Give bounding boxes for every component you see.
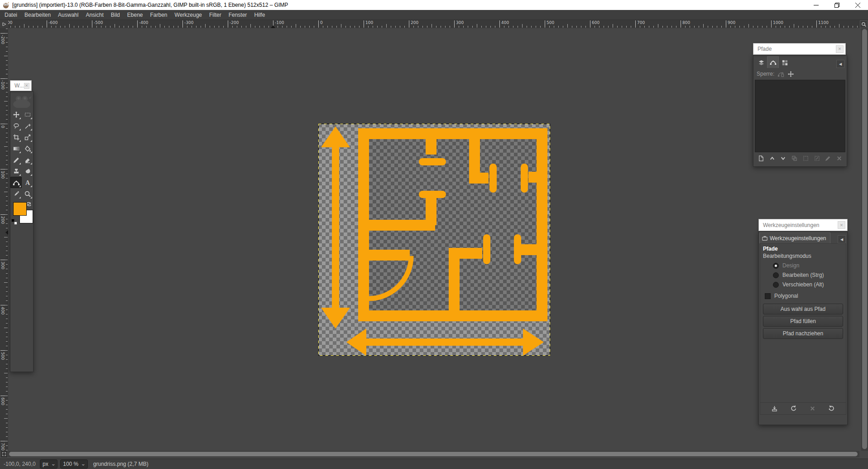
- tool-options-panel: Werkzeugeinstellungen ◀ Pfade Bearbeitun…: [758, 231, 848, 425]
- tool-eraser[interactable]: [22, 154, 33, 165]
- polygonal-checkbox[interactable]: [765, 293, 771, 299]
- hruler-label: 400: [499, 20, 509, 28]
- radio-row-0: Design: [773, 262, 843, 269]
- menu-auswahl[interactable]: Auswahl: [54, 10, 82, 20]
- tool-paths[interactable]: [10, 177, 22, 188]
- zoom-select[interactable]: 100 % ⌄: [60, 459, 88, 469]
- menu-bearbeiten[interactable]: Bearbeiten: [21, 10, 54, 20]
- chevron-down-icon: ⌄: [81, 462, 86, 466]
- hruler-label: -300: [182, 20, 193, 28]
- stroke-path-icon[interactable]: [825, 155, 831, 162]
- vertical-scrollbar[interactable]: [861, 28, 868, 451]
- title-bar: [grundriss] (importiert)-13.0 (RGB-Farbe…: [0, 0, 868, 10]
- color-swatch-area: [10, 201, 33, 225]
- radio-label: Design: [782, 262, 799, 269]
- menu-werkzeuge[interactable]: Werkzeuge: [171, 10, 206, 20]
- default-colors-icon[interactable]: [11, 219, 17, 225]
- tool-crop[interactable]: [10, 131, 22, 143]
- selection-from-path-button[interactable]: Aus wahl aus Pfad: [763, 304, 843, 314]
- fill-path-button[interactable]: Pfad füllen: [763, 316, 843, 327]
- duplicate-path-icon[interactable]: [791, 155, 798, 162]
- menu-hilfe[interactable]: Hilfe: [250, 10, 269, 20]
- tool-transform[interactable]: [22, 131, 33, 143]
- menu-farben[interactable]: Farben: [147, 10, 171, 20]
- edit-mode-label: Bearbeitungsmodus: [763, 253, 843, 259]
- hruler-label: 200: [409, 20, 418, 28]
- delete-path-icon[interactable]: [836, 155, 843, 162]
- delete-options-icon[interactable]: [809, 405, 816, 412]
- dialog-tab-paths[interactable]: [767, 56, 779, 68]
- swap-colors-icon[interactable]: [26, 201, 32, 209]
- tool-options-window-titlebar[interactable]: Werkzeugeinstellungen ✕: [758, 219, 848, 231]
- horizontal-scrollbar[interactable]: [8, 451, 859, 457]
- paths-lock-row: Sperre:: [755, 68, 845, 80]
- paths-window-titlebar[interactable]: Pfade ✕: [753, 43, 846, 55]
- path-action-buttons: Aus wahl aus PfadPfad füllenPfad nachzie…: [763, 304, 843, 339]
- path-to-selection-icon[interactable]: [802, 155, 809, 162]
- vruler-label: 200: [0, 214, 5, 224]
- restore-button[interactable]: [826, 0, 847, 10]
- tool-smudge[interactable]: [22, 165, 33, 177]
- quickmask-toggle[interactable]: [1, 451, 7, 457]
- tab-tool-options[interactable]: Werkzeugeinstellungen: [759, 232, 830, 243]
- tab-menu-icon[interactable]: ◀: [836, 60, 844, 68]
- canvas[interactable]: [318, 124, 550, 356]
- tool-options-close-icon[interactable]: ✕: [838, 221, 845, 229]
- active-tool-name: Pfade: [763, 246, 843, 252]
- dialog-tab-layers[interactable]: [755, 57, 767, 68]
- tool-gradient[interactable]: [10, 143, 22, 154]
- lock-position-icon[interactable]: [787, 71, 794, 77]
- menu-bild[interactable]: Bild: [107, 10, 124, 20]
- vertical-ruler[interactable]: -200-1000100200300400500600700: [0, 28, 8, 451]
- menu-filter[interactable]: Filter: [206, 10, 225, 20]
- zoom-follow-window-button[interactable]: [860, 20, 868, 28]
- radio-design[interactable]: [773, 263, 779, 269]
- tool-paintbrush[interactable]: [10, 154, 22, 165]
- horizontal-ruler[interactable]: -700-600-500-400-300-200-100010020030040…: [0, 20, 868, 28]
- gimp-window: [grundriss] (importiert)-13.0 (RGB-Farbe…: [0, 0, 868, 469]
- tool-move[interactable]: [10, 109, 22, 120]
- stroke-path-button[interactable]: Pfad nachziehen: [763, 328, 843, 339]
- menu-fenster[interactable]: Fenster: [225, 10, 251, 20]
- wilber-logo: [10, 92, 33, 108]
- hruler-label: 700: [635, 20, 645, 28]
- tool-zoom[interactable]: [22, 188, 33, 199]
- lock-path-strokes-icon[interactable]: [777, 71, 784, 77]
- unit-select[interactable]: px ⌄: [40, 459, 58, 469]
- radio-verschieben-alt-[interactable]: [773, 282, 779, 288]
- lower-path-icon[interactable]: [780, 155, 786, 162]
- tool-free-select[interactable]: [10, 120, 22, 131]
- new-path-icon[interactable]: [758, 155, 764, 162]
- selection-to-path-icon[interactable]: [814, 155, 820, 162]
- vruler-label: 600: [0, 396, 5, 405]
- menu-ansicht[interactable]: Ansicht: [82, 10, 107, 20]
- paths-close-icon[interactable]: ✕: [836, 45, 844, 53]
- tool-fuzzy-select[interactable]: [22, 120, 33, 131]
- file-status: grundriss.png (2,7 MB): [93, 461, 149, 467]
- paths-list[interactable]: [755, 80, 845, 152]
- revert-options-icon[interactable]: [790, 405, 797, 412]
- hruler-label: 300: [454, 20, 464, 28]
- radio-bearbeiten-strg-[interactable]: [773, 272, 779, 278]
- save-options-icon[interactable]: [771, 405, 778, 412]
- reset-options-icon[interactable]: [828, 405, 835, 412]
- hruler-label: 100: [364, 20, 373, 28]
- raise-path-icon[interactable]: [769, 155, 776, 162]
- tool-bucket-fill[interactable]: [22, 143, 33, 154]
- hruler-label: -400: [137, 20, 148, 28]
- close-button[interactable]: [847, 0, 868, 10]
- toolbox-close-icon[interactable]: ✕: [24, 83, 29, 89]
- hruler-label: 0: [318, 20, 323, 28]
- dialog-tab-channels[interactable]: [779, 57, 791, 68]
- tool-color-picker[interactable]: [10, 188, 22, 199]
- tool-text[interactable]: A: [22, 177, 33, 188]
- menu-datei[interactable]: Datei: [1, 10, 21, 20]
- paths-title-text: Pfade: [758, 46, 772, 52]
- toolbox-window-titlebar[interactable]: W... ✕: [10, 80, 32, 91]
- tab-menu-icon[interactable]: ◀: [838, 235, 846, 243]
- minimize-button[interactable]: [806, 0, 826, 10]
- tool-clone[interactable]: [10, 165, 22, 177]
- foreground-color-swatch[interactable]: [13, 202, 27, 216]
- menu-ebene[interactable]: Ebene: [124, 10, 147, 20]
- tool-rectangle-select[interactable]: [22, 109, 33, 120]
